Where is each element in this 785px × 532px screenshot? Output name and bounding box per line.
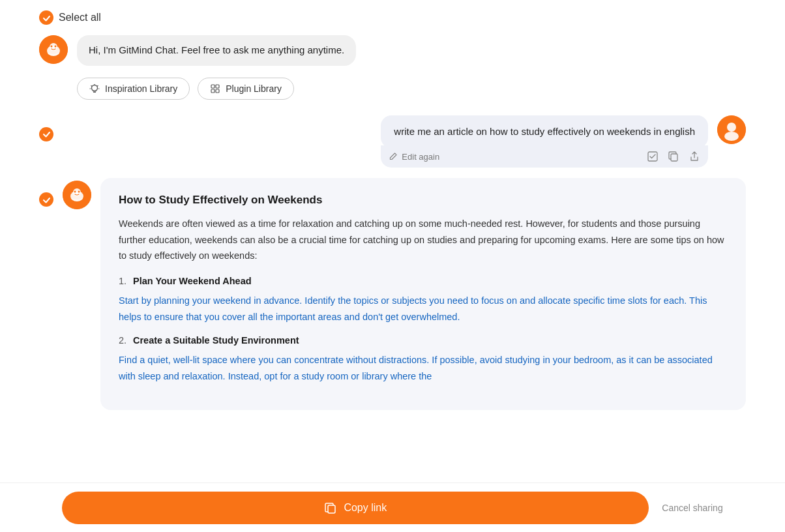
svg-rect-9	[216, 89, 219, 93]
share-icon	[689, 151, 700, 162]
svg-point-14	[724, 132, 739, 141]
response-bot-avatar	[63, 181, 91, 209]
plugin-library-button[interactable]: Plugin Library	[198, 78, 294, 100]
share-icon-button[interactable]	[689, 151, 700, 162]
section-1-body: Start by planning your weekend in advanc…	[119, 293, 728, 325]
section-2: 2. Create a Suitable Study Environment F…	[119, 335, 728, 384]
copy-link-button[interactable]: Copy link	[62, 492, 649, 524]
bot-greeting-bubble: Hi, I'm GitMind Chat. Feel free to ask m…	[77, 35, 356, 66]
response-section: How to Study Effectively on Weekends Wee…	[39, 178, 746, 410]
section-1-heading: 1. Plan Your Weekend Ahead	[119, 276, 728, 286]
bot-greeting-row: Hi, I'm GitMind Chat. Feel free to ask m…	[39, 35, 746, 66]
svg-rect-11	[671, 154, 677, 161]
response-content-card: How to Study Effectively on Weekends Wee…	[100, 178, 746, 410]
section-2-title: Create a Suitable Study Environment	[133, 335, 299, 346]
puzzle-icon	[210, 83, 220, 94]
action-icons	[647, 151, 700, 162]
copy-icon	[668, 151, 679, 162]
library-buttons-row: Inspiration Library Plugin Library	[77, 78, 746, 100]
inspiration-library-label: Inspiration Library	[105, 83, 177, 94]
plugin-library-label: Plugin Library	[226, 83, 282, 94]
user-avatar	[717, 115, 746, 144]
edit-again-label: Edit again	[402, 152, 439, 162]
bulb-icon	[89, 83, 100, 94]
cancel-sharing-label: Cancel sharing	[662, 503, 722, 513]
select-all-check-icon	[39, 10, 53, 25]
top-bar: Select all	[0, 0, 785, 35]
svg-rect-6	[211, 85, 215, 88]
user-check-icon	[39, 127, 53, 141]
user-message-bubble: write me an article on how to study effe…	[381, 115, 708, 149]
section-2-number: 2.	[119, 335, 130, 346]
select-all-button[interactable]: Select all	[39, 10, 101, 25]
svg-rect-8	[211, 89, 215, 93]
user-message-area: write me an article on how to study effe…	[381, 115, 708, 168]
svg-rect-10	[648, 152, 657, 161]
response-title: How to Study Effectively on Weekends	[119, 194, 728, 207]
svg-point-4	[55, 46, 57, 48]
svg-rect-20	[328, 505, 335, 513]
save-icon	[647, 151, 659, 162]
svg-rect-7	[216, 85, 219, 88]
edit-again-button[interactable]: Edit again	[389, 152, 439, 162]
section-1: 1. Plan Your Weekend Ahead Start by plan…	[119, 276, 728, 325]
copy-link-icon	[324, 501, 337, 514]
save-icon-button[interactable]	[647, 151, 659, 162]
user-message-row: write me an article on how to study effe…	[39, 115, 746, 168]
copy-icon-button[interactable]	[668, 151, 679, 162]
bot-avatar	[39, 35, 68, 64]
section-2-heading: 2. Create a Suitable Study Environment	[119, 335, 728, 346]
bottom-bar: Copy link Cancel sharing	[0, 482, 785, 532]
chat-area: Hi, I'm GitMind Chat. Feel free to ask m…	[0, 35, 785, 480]
user-message-check	[39, 127, 53, 141]
svg-point-3	[51, 46, 53, 48]
svg-point-13	[727, 123, 736, 132]
section-2-body: Find a quiet, well-lit space where you c…	[119, 352, 728, 384]
copy-link-label: Copy link	[344, 502, 387, 514]
response-intro: Weekends are often viewed as a time for …	[119, 216, 728, 264]
select-all-label: Select all	[59, 12, 101, 23]
svg-point-18	[74, 191, 76, 193]
inspiration-library-button[interactable]: Inspiration Library	[77, 78, 190, 100]
response-check-icon	[39, 192, 53, 207]
svg-point-19	[78, 191, 80, 193]
response-check	[39, 192, 53, 207]
section-1-title: Plan Your Weekend Ahead	[133, 276, 252, 286]
cancel-sharing-button[interactable]: Cancel sharing	[662, 503, 722, 513]
section-1-number: 1.	[119, 276, 130, 286]
user-bubble-actions: Edit again	[381, 145, 708, 168]
edit-icon	[389, 152, 398, 161]
svg-point-5	[92, 85, 98, 91]
